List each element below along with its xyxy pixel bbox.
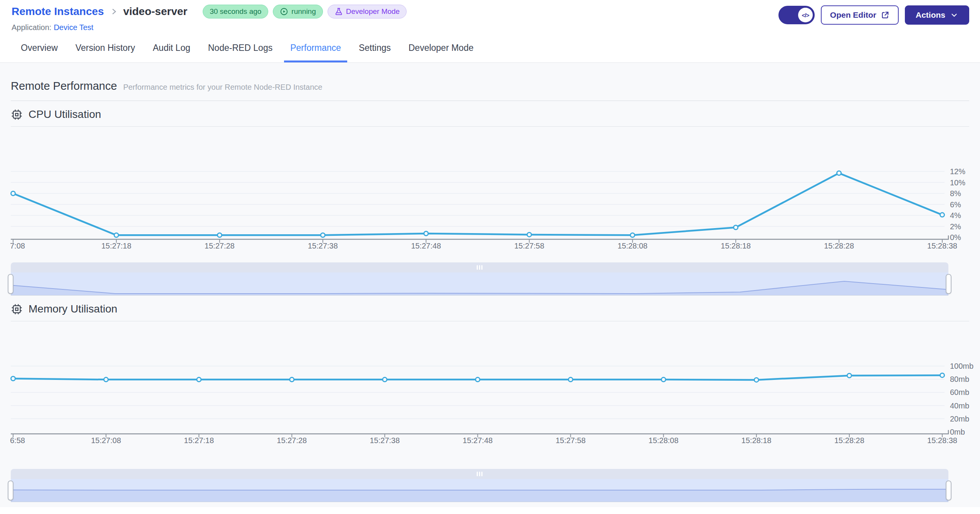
slider-grip-icon[interactable] <box>477 265 482 270</box>
developer-mode-toggle[interactable]: </> <box>778 6 815 24</box>
svg-text:40mb: 40mb <box>950 401 969 410</box>
slider-grip-icon[interactable] <box>477 472 482 476</box>
svg-text:10%: 10% <box>950 178 965 187</box>
tab-version-history[interactable]: Version History <box>75 35 136 62</box>
svg-text:6:58: 6:58 <box>10 436 25 445</box>
svg-text:8%: 8% <box>950 189 961 198</box>
divider <box>11 321 969 321</box>
performance-panel: Remote Performance Performance metrics f… <box>0 63 980 507</box>
memory-slider-right-handle[interactable] <box>946 480 951 501</box>
tab-audit-log[interactable]: Audit Log <box>152 35 191 62</box>
svg-text:15:27:38: 15:27:38 <box>370 436 400 445</box>
svg-text:15:28:18: 15:28:18 <box>741 436 772 445</box>
svg-text:6%: 6% <box>950 200 961 209</box>
svg-text:15:28:28: 15:28:28 <box>824 242 854 250</box>
svg-text:4%: 4% <box>950 211 961 220</box>
memory-section: Memory Utilisation 100mb80mb60mb40mb20mb… <box>11 303 969 502</box>
svg-text:15:28:28: 15:28:28 <box>834 436 864 445</box>
cpu-utilisation-chart[interactable]: 12%10%8%6%4%2%0%7:0815:27:1815:27:2815:2… <box>11 129 969 256</box>
application-link[interactable]: Device Test <box>54 23 93 32</box>
divider <box>11 101 969 101</box>
svg-text:0%: 0% <box>950 233 961 242</box>
svg-text:15:28:38: 15:28:38 <box>927 242 957 250</box>
svg-text:2%: 2% <box>950 222 961 231</box>
svg-text:15:27:48: 15:27:48 <box>411 242 441 250</box>
svg-text:15:27:18: 15:27:18 <box>101 242 131 250</box>
svg-text:15:28:08: 15:28:08 <box>617 242 647 250</box>
tab-overview[interactable]: Overview <box>20 35 59 62</box>
svg-text:20mb: 20mb <box>950 415 969 423</box>
breadcrumb: Remote Instances video-server 30 seconds… <box>12 5 407 18</box>
svg-text:60mb: 60mb <box>950 388 969 396</box>
play-circle-icon <box>280 7 288 16</box>
divider <box>11 126 969 127</box>
page-subtitle: Performance metrics for your Remote Node… <box>123 83 323 92</box>
tab-node-red-logs[interactable]: Node-RED Logs <box>207 35 273 62</box>
svg-text:15:27:18: 15:27:18 <box>184 436 214 445</box>
svg-text:15:27:58: 15:27:58 <box>514 242 545 250</box>
last-seen-badge-label: 30 seconds ago <box>210 7 261 16</box>
last-seen-badge: 30 seconds ago <box>203 5 268 18</box>
svg-text:100mb: 100mb <box>950 362 973 370</box>
cpu-slider-left-handle[interactable] <box>8 274 13 294</box>
badge-group: 30 seconds ago running Developer Mode <box>203 5 407 18</box>
memory-section-title: Memory Utilisation <box>11 303 969 315</box>
page-title: Remote Performance <box>11 80 117 92</box>
header-actions: </> Open Editor Actions <box>778 5 969 25</box>
cpu-section-title-label: CPU Utilisation <box>29 108 101 121</box>
page-title-row: Remote Performance Performance metrics f… <box>11 80 969 92</box>
chevron-down-icon <box>950 11 958 19</box>
header-left: Remote Instances video-server 30 seconds… <box>12 5 407 32</box>
flask-icon <box>335 7 343 16</box>
tab-bar: Overview Version History Audit Log Node-… <box>0 35 980 63</box>
actions-button[interactable]: Actions <box>905 5 969 25</box>
chevron-right-icon <box>109 7 118 17</box>
cpu-section: CPU Utilisation 12%10%8%6%4%2%0%7:0815:2… <box>11 108 969 296</box>
open-editor-label: Open Editor <box>830 10 876 20</box>
memory-utilisation-chart[interactable]: 100mb80mb60mb40mb20mb0mb6:5815:27:0815:2… <box>11 324 969 453</box>
tab-settings[interactable]: Settings <box>358 35 392 62</box>
memory-slider-preview[interactable] <box>11 479 948 502</box>
memory-slider-drag-bar[interactable] <box>11 469 948 479</box>
status-badge-label: running <box>291 7 316 16</box>
memory-slider-left-handle[interactable] <box>8 480 13 501</box>
instance-name: video-server <box>123 5 188 18</box>
svg-text:15:27:28: 15:27:28 <box>205 242 235 250</box>
cpu-range-slider[interactable] <box>11 262 948 296</box>
cpu-chip-icon <box>11 109 23 121</box>
tab-developer-mode[interactable]: Developer Mode <box>408 35 474 62</box>
status-badge: running <box>273 5 323 18</box>
svg-text:15:27:48: 15:27:48 <box>463 436 493 445</box>
svg-text:7:08: 7:08 <box>10 242 25 250</box>
svg-text:12%: 12% <box>950 167 965 176</box>
svg-text:80mb: 80mb <box>950 375 969 383</box>
page-header: Remote Instances video-server 30 seconds… <box>0 0 980 35</box>
svg-text:15:28:18: 15:28:18 <box>721 242 751 250</box>
svg-text:15:28:08: 15:28:08 <box>649 436 679 445</box>
developer-mode-badge-label: Developer Mode <box>346 7 400 16</box>
cpu-slider-preview[interactable] <box>11 272 948 296</box>
svg-text:15:27:38: 15:27:38 <box>308 242 338 250</box>
memory-range-slider[interactable] <box>11 469 948 502</box>
cpu-slider-right-handle[interactable] <box>946 274 951 294</box>
svg-text:15:27:08: 15:27:08 <box>91 436 121 445</box>
actions-label: Actions <box>916 10 945 20</box>
svg-text:15:28:38: 15:28:38 <box>927 436 957 445</box>
external-link-icon <box>881 11 889 19</box>
svg-text:15:27:28: 15:27:28 <box>277 436 307 445</box>
memory-section-title-label: Memory Utilisation <box>29 303 117 315</box>
application-row: Application:Device Test <box>12 23 407 32</box>
breadcrumb-remote-instances-link[interactable]: Remote Instances <box>12 5 104 18</box>
cpu-slider-drag-bar[interactable] <box>11 262 948 272</box>
memory-chip-icon <box>11 303 23 315</box>
developer-mode-badge: Developer Mode <box>328 5 407 18</box>
cpu-section-title: CPU Utilisation <box>11 108 969 121</box>
open-editor-button[interactable]: Open Editor <box>821 5 899 25</box>
svg-text:0mb: 0mb <box>950 428 965 436</box>
svg-text:15:27:58: 15:27:58 <box>556 436 586 445</box>
code-icon: </> <box>798 8 813 22</box>
application-label: Application: <box>12 23 51 32</box>
tab-performance[interactable]: Performance <box>289 35 342 62</box>
